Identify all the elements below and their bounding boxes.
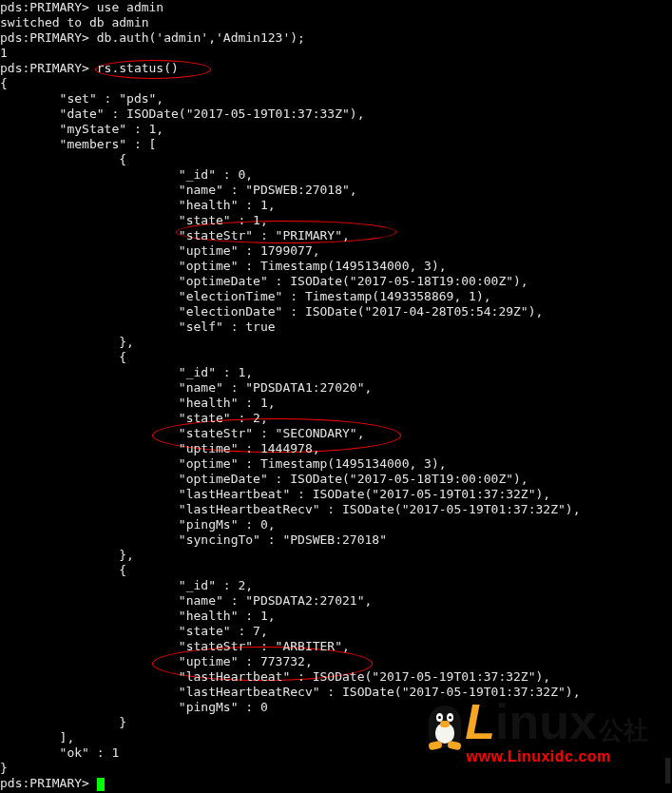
m0-self: "self" : true	[0, 319, 276, 334]
m0-close: },	[0, 335, 134, 349]
m0-electiontime: "electionTime" : Timestamp(1493358869, 1…	[0, 289, 491, 303]
m0-optimedate: "optimeDate" : ISODate("2017-05-18T19:00…	[0, 274, 528, 288]
m2-close: }	[0, 715, 126, 729]
m1-optime: "optime" : Timestamp(1495134000, 3),	[0, 456, 447, 471]
rs-mystate: "myState" : 1,	[0, 122, 163, 136]
m2-pingms: "pingMs" : 0	[0, 700, 268, 714]
m1-close: },	[0, 548, 134, 562]
m1-name: "name" : "PDSDATA1:27020",	[0, 380, 372, 395]
logo-text-inux: inux	[495, 694, 597, 749]
m2-lasthb: "lastHeartbeat" : ISODate("2017-05-19T01…	[0, 669, 550, 684]
m2-id: "_id" : 2,	[0, 578, 253, 592]
terminal[interactable]: IT网络 pds:PRIMARY> use admin switched to …	[0, 0, 672, 793]
tux-icon	[429, 706, 461, 747]
prompt: pds:PRIMARY>	[0, 0, 89, 14]
rs-date: "date" : ISODate("2017-05-19T01:37:33Z")…	[0, 106, 365, 121]
m0-name: "name" : "PDSWEB:27018",	[0, 183, 357, 197]
watermark: Linux公社 www.Linuxidc.com	[429, 701, 648, 764]
m1-statestr: "stateStr" : "SECONDARY",	[0, 426, 365, 440]
m0-statestr: "stateStr" : "PRIMARY",	[0, 228, 350, 242]
m2-statestr: "stateStr" : "ARBITER",	[0, 639, 350, 653]
m2-open: {	[0, 563, 126, 577]
reply-auth: 1	[0, 46, 8, 60]
reply-switched: switched to db admin	[0, 15, 149, 29]
json-close: }	[0, 761, 8, 775]
m1-health: "health" : 1,	[0, 396, 276, 410]
m0-state: "state" : 1,	[0, 213, 268, 227]
rs-members-open: "members" : [	[0, 137, 156, 151]
m1-state: "state" : 2,	[0, 411, 268, 425]
m0-electiondate: "electionDate" : ISODate("2017-04-28T05:…	[0, 304, 543, 319]
cursor	[97, 778, 105, 791]
m0-optime: "optime" : Timestamp(1495134000, 3),	[0, 259, 447, 273]
watermark-url: www.Linuxidc.com	[429, 749, 648, 764]
cmd-rs-status: rs.status()	[97, 61, 179, 75]
m1-open: {	[0, 350, 126, 364]
cmd-use-admin: use admin	[97, 0, 163, 14]
m0-uptime: "uptime" : 1799077,	[0, 243, 320, 258]
rs-set: "set" : "pds",	[0, 91, 163, 106]
m2-uptime: "uptime" : 773732,	[0, 654, 313, 668]
m1-pingms: "pingMs" : 0,	[0, 517, 276, 532]
json-open: {	[0, 76, 8, 90]
m2-name: "name" : "PDSDATA2:27021",	[0, 593, 372, 608]
logo-letter-l: L	[465, 694, 495, 749]
prompt: pds:PRIMARY>	[0, 776, 89, 790]
m1-id: "_id" : 1,	[0, 365, 253, 379]
m0-id: "_id" : 0,	[0, 167, 253, 182]
m1-lasthb: "lastHeartbeat" : ISODate("2017-05-19T01…	[0, 487, 550, 501]
m0-health: "health" : 1,	[0, 198, 276, 212]
logo-suffix: 公社	[599, 716, 648, 745]
rs-members-close: ],	[0, 730, 74, 745]
m0-open: {	[0, 152, 126, 166]
m2-state: "state" : 7,	[0, 624, 268, 638]
prompt: pds:PRIMARY>	[0, 30, 89, 45]
m1-lasthbrecv: "lastHeartbeatRecv" : ISODate("2017-05-1…	[0, 502, 580, 516]
rs-ok: "ok" : 1	[0, 745, 119, 760]
prompt: pds:PRIMARY>	[0, 61, 89, 75]
cmd-auth: db.auth('admin','Admin123');	[97, 30, 305, 45]
m2-health: "health" : 1,	[0, 609, 276, 623]
m1-uptime: "uptime" : 1444978,	[0, 441, 320, 455]
terminal-output: pds:PRIMARY> use admin switched to db ad…	[0, 0, 672, 791]
m1-optimedate: "optimeDate" : ISODate("2017-05-18T19:00…	[0, 472, 528, 486]
m1-syncto: "syncingTo" : "PDSWEB:27018"	[0, 532, 387, 547]
